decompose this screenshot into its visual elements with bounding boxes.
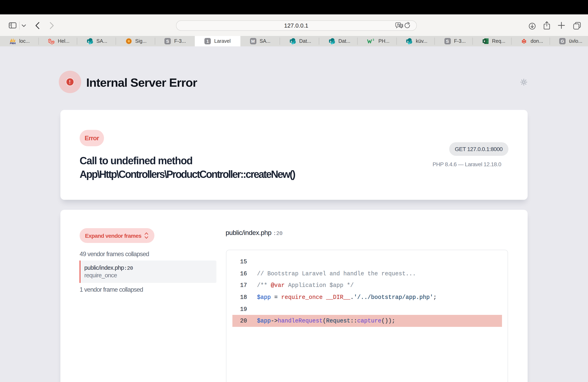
svg-text:A: A [397,22,399,26]
